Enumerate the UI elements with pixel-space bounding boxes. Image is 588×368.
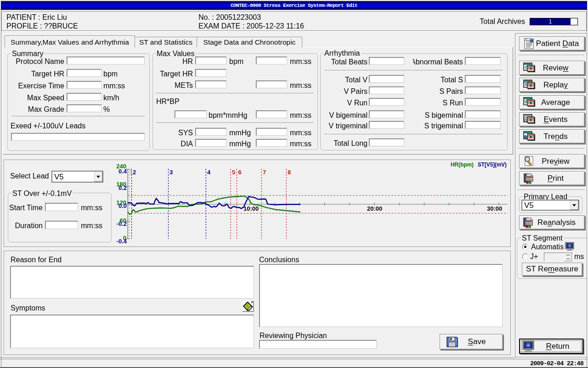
svg-text:5: 5: [232, 169, 235, 176]
svg-text:3: 3: [170, 169, 173, 176]
svg-text:6: 6: [238, 169, 242, 176]
svg-text:4: 4: [207, 169, 211, 176]
svg-text:0.4: 0.4: [119, 168, 127, 175]
svg-text:0.0: 0.0: [119, 202, 127, 209]
svg-text:30:00: 30:00: [487, 205, 502, 212]
svg-text:10:00: 10:00: [243, 205, 259, 212]
svg-text:0.2: 0.2: [119, 184, 127, 191]
svg-text:20:00: 20:00: [367, 205, 382, 212]
svg-text:8: 8: [288, 169, 291, 176]
svg-text:-0.4: -0.4: [117, 238, 127, 245]
svg-text:7: 7: [263, 169, 266, 176]
svg-text:-0.2: -0.2: [117, 220, 127, 227]
svg-text:ST[V5](mV): ST[V5](mV): [478, 161, 507, 168]
svg-text:HR(bpm): HR(bpm): [451, 161, 474, 168]
svg-text:2: 2: [133, 169, 136, 176]
